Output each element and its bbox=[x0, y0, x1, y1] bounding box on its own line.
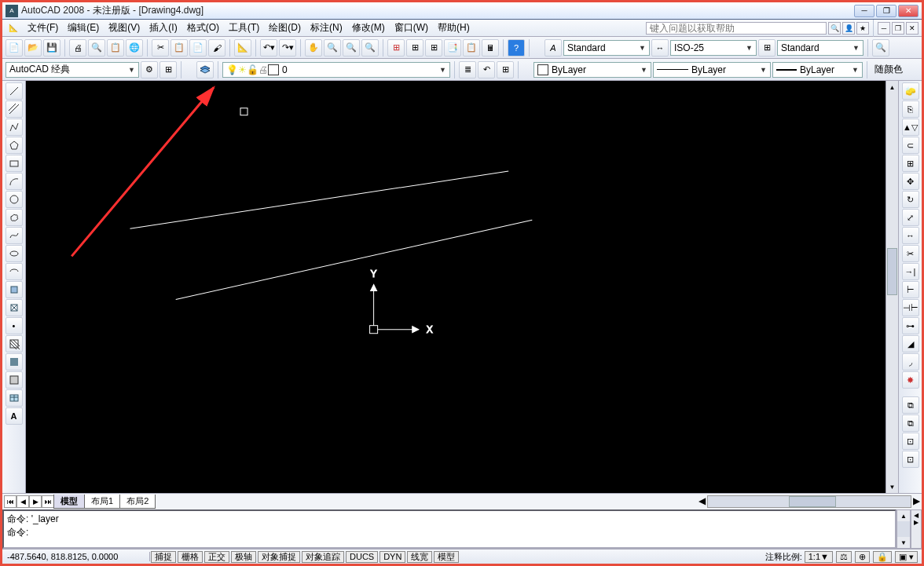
status-snap[interactable]: 捕捉 bbox=[151, 551, 176, 563]
pan-icon[interactable]: ✋ bbox=[305, 39, 322, 57]
zoom-realtime-icon[interactable]: 🔍 bbox=[324, 39, 341, 57]
layer-match-icon[interactable]: ⊞ bbox=[497, 61, 514, 79]
mirror-icon[interactable]: ▲▽ bbox=[902, 119, 919, 136]
person-icon[interactable]: 👤 bbox=[842, 22, 855, 35]
lineweight-dropdown[interactable]: ByLayer▼ bbox=[772, 62, 863, 78]
textstyle-indicator-icon[interactable]: A bbox=[544, 39, 562, 57]
help-icon[interactable]: ? bbox=[508, 39, 525, 57]
layer-state-icon[interactable]: ≣ bbox=[459, 61, 476, 79]
hatch-icon[interactable] bbox=[6, 335, 23, 352]
status-model[interactable]: 模型 bbox=[434, 551, 459, 563]
extend-icon[interactable]: →| bbox=[902, 263, 919, 280]
copy-object-icon[interactable]: ⎘ bbox=[902, 100, 919, 118]
color-dropdown[interactable]: ByLayer ▼ bbox=[534, 62, 651, 78]
command-window[interactable]: 命令: '_layer 命令: ▲▼ ◀▶ bbox=[2, 509, 922, 549]
chamfer-icon[interactable]: ◢ bbox=[902, 335, 919, 352]
rotate-icon[interactable]: ↻ bbox=[902, 191, 919, 208]
app-menu-icon[interactable]: 📐 bbox=[7, 22, 20, 35]
tab-layout1[interactable]: 布局1 bbox=[84, 495, 120, 509]
region-icon[interactable] bbox=[6, 371, 23, 389]
join-icon[interactable]: ⊶ bbox=[902, 317, 919, 334]
circle-icon[interactable] bbox=[6, 191, 23, 208]
fillet-icon[interactable]: ◞ bbox=[902, 353, 919, 371]
trim-icon[interactable]: ✂ bbox=[902, 245, 919, 262]
layer-previous-icon[interactable]: ↶ bbox=[478, 61, 495, 79]
menu-window[interactable]: 窗口(W) bbox=[390, 20, 433, 36]
break-icon[interactable]: ⊣⊢ bbox=[902, 299, 919, 316]
annoautoscale-icon[interactable]: ⚖ bbox=[836, 551, 852, 563]
erase-icon[interactable]: 🧽 bbox=[902, 82, 919, 100]
annovisibility-icon[interactable]: ⊕ bbox=[855, 551, 870, 563]
table-style-dropdown[interactable]: Standard▼ bbox=[777, 40, 864, 56]
array-icon[interactable]: ⊞ bbox=[902, 155, 919, 172]
toolpalettes-icon[interactable]: ⊞ bbox=[425, 39, 442, 57]
doc-restore-button[interactable]: ❐ bbox=[892, 22, 904, 35]
explode-icon[interactable]: ✸ bbox=[902, 371, 919, 389]
undo-icon[interactable]: ↶▾ bbox=[260, 39, 277, 57]
command-scrollbar[interactable]: ▲▼ bbox=[896, 509, 911, 549]
tab-next-icon[interactable]: ▶ bbox=[29, 495, 42, 508]
polyline-icon[interactable] bbox=[6, 119, 23, 136]
menu-file[interactable]: 文件(F) bbox=[23, 20, 63, 36]
sheetset-icon[interactable]: 📑 bbox=[444, 39, 461, 57]
menu-insert[interactable]: 插入(I) bbox=[145, 20, 182, 36]
polygon-icon[interactable] bbox=[6, 137, 23, 154]
revcloud-icon[interactable]: ⊡ bbox=[902, 451, 919, 468]
my-workspace-icon[interactable]: ⊞ bbox=[160, 61, 177, 79]
draworder-back-icon[interactable]: ⧉ bbox=[902, 414, 919, 432]
point-icon[interactable]: • bbox=[6, 317, 23, 334]
copy-icon[interactable]: 📋 bbox=[170, 39, 188, 57]
layer-properties-icon[interactable] bbox=[196, 61, 214, 79]
stretch-icon[interactable]: ↔ bbox=[902, 227, 919, 244]
arc-icon[interactable] bbox=[6, 173, 23, 190]
insert-block-icon[interactable] bbox=[6, 281, 23, 298]
status-polar[interactable]: 极轴 bbox=[231, 551, 256, 563]
star-icon[interactable]: ★ bbox=[856, 22, 869, 35]
mtext-icon[interactable]: A bbox=[6, 407, 23, 425]
tab-layout2[interactable]: 布局2 bbox=[119, 495, 156, 509]
break-at-point-icon[interactable]: ⊢ bbox=[902, 281, 919, 298]
tab-model[interactable]: 模型 bbox=[53, 495, 85, 509]
command-resize-handle[interactable]: ◀▶ bbox=[911, 509, 922, 549]
search-icon[interactable]: 🔍 bbox=[828, 22, 841, 35]
coordinates-display[interactable]: -487.5640, 818.8125, 0.0000 bbox=[2, 552, 150, 561]
table-icon[interactable] bbox=[6, 389, 23, 407]
open-icon[interactable]: 📂 bbox=[24, 39, 42, 57]
status-otrack[interactable]: 对象追踪 bbox=[302, 551, 344, 563]
make-block-icon[interactable] bbox=[6, 299, 23, 316]
drawing-area[interactable]: X Y ▲ ▼ bbox=[26, 81, 898, 493]
print-preview-icon[interactable]: 🔍 bbox=[88, 39, 105, 57]
tablestyle-indicator-icon[interactable]: ⊞ bbox=[758, 39, 776, 57]
quickcalc-icon[interactable]: 🖩 bbox=[482, 39, 499, 57]
dimstyle-indicator-icon[interactable]: ↔ bbox=[651, 39, 669, 57]
status-tray-icon[interactable]: ▣ ▾ bbox=[895, 551, 918, 563]
paste-icon[interactable]: 📄 bbox=[189, 39, 207, 57]
status-lwt[interactable]: 线宽 bbox=[407, 551, 432, 563]
menu-edit[interactable]: 编辑(E) bbox=[63, 20, 104, 36]
block-editor-icon[interactable]: 📐 bbox=[234, 39, 251, 57]
vertical-scrollbar[interactable]: ▲ ▼ bbox=[886, 81, 898, 493]
find-icon[interactable]: 🔍 bbox=[872, 39, 889, 57]
menu-modify[interactable]: 修改(M) bbox=[347, 20, 390, 36]
status-lock-icon[interactable]: 🔒 bbox=[873, 551, 892, 563]
cut-icon[interactable]: ✂ bbox=[152, 39, 169, 57]
hscroll-right-icon[interactable]: ▶ bbox=[913, 495, 920, 508]
linetype-dropdown[interactable]: ByLayer▼ bbox=[653, 62, 771, 78]
spline-icon[interactable] bbox=[6, 227, 23, 244]
status-ducs[interactable]: DUCS bbox=[346, 551, 378, 563]
wipeout-icon[interactable]: ⊡ bbox=[902, 433, 919, 450]
hscroll[interactable]: ◀ ▶ bbox=[698, 495, 920, 508]
menu-tools[interactable]: 工具(T) bbox=[224, 20, 264, 36]
publish-icon[interactable]: 📋 bbox=[107, 39, 124, 57]
hscroll-left-icon[interactable]: ◀ bbox=[698, 495, 706, 508]
offset-icon[interactable]: ⊂ bbox=[902, 137, 919, 154]
doc-minimize-button[interactable]: ─ bbox=[878, 22, 890, 35]
3dprint-icon[interactable]: 🌐 bbox=[126, 39, 143, 57]
tab-prev-icon[interactable]: ◀ bbox=[16, 495, 29, 508]
move-icon[interactable]: ✥ bbox=[902, 173, 919, 190]
plotstyle-dropdown[interactable]: 随颜色 bbox=[871, 62, 912, 78]
command-input[interactable] bbox=[28, 526, 892, 539]
new-icon[interactable]: 📄 bbox=[6, 39, 23, 57]
minimize-button[interactable]: ─ bbox=[854, 5, 874, 17]
menu-format[interactable]: 格式(O) bbox=[182, 20, 224, 36]
